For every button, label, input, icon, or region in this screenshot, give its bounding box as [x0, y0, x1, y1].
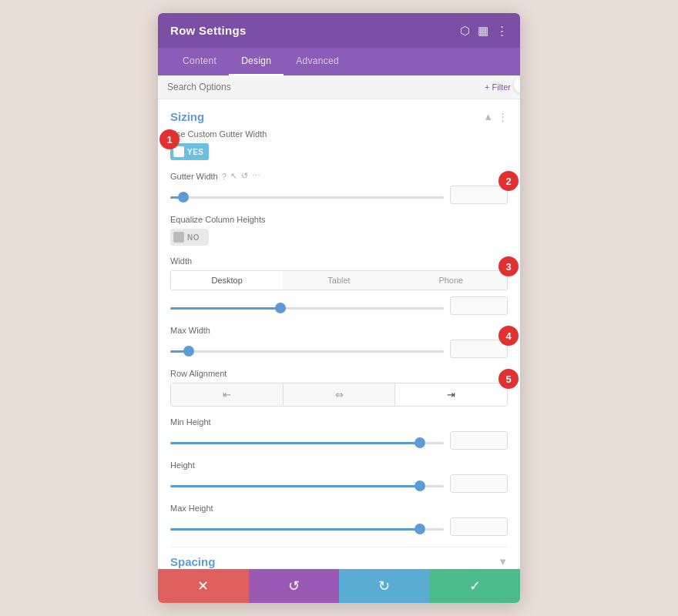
- tabs-bar: Content Design Advanced: [158, 48, 520, 75]
- row-alignment-row: Row Alignment ⇤ ⇔ ⇥ 5: [170, 369, 508, 407]
- badge-4: 4: [498, 326, 519, 346]
- gutter-reset-icon[interactable]: ↺: [241, 171, 248, 181]
- width-slider-row: 60vw: [170, 296, 508, 315]
- gutter-slider-row: 1: [170, 186, 508, 204]
- filter-button[interactable]: + Filter: [485, 82, 511, 92]
- tab-content[interactable]: Content: [170, 48, 229, 75]
- cancel-button[interactable]: ✕: [158, 569, 249, 603]
- alignment-buttons: ⇤ ⇔ ⇥: [170, 383, 508, 407]
- width-slider-wrap: [170, 300, 444, 312]
- settings-content: Sizing ▲ ⋮ Use Custom Gutter Width YES 1: [158, 99, 520, 569]
- min-height-slider[interactable]: [170, 442, 444, 444]
- badge-1: 1: [159, 129, 180, 149]
- badge-5: 5: [498, 369, 519, 389]
- equalize-heights-row: Equalize Column Heights NO: [170, 215, 508, 246]
- max-height-label: Max Height: [170, 504, 508, 513]
- width-slider[interactable]: [170, 307, 444, 310]
- max-height-slider[interactable]: [170, 528, 444, 531]
- custom-gutter-toggle-wrap: YES: [170, 143, 508, 160]
- height-slider-row: auto: [170, 474, 508, 493]
- min-height-slider-wrap: [170, 435, 444, 447]
- tab-design[interactable]: Design: [229, 48, 284, 75]
- sizing-title: Sizing: [170, 110, 204, 123]
- fullscreen-icon[interactable]: ⬡: [460, 25, 470, 36]
- collapse-icon[interactable]: ▲: [483, 111, 493, 122]
- spacing-section-header: Spacing ▼: [170, 547, 508, 569]
- min-height-slider-row: auto: [170, 431, 508, 450]
- gutter-slider-wrap: [170, 189, 444, 201]
- width-row: Width Desktop Tablet Phone 60vw 3: [170, 256, 508, 315]
- max-width-slider-wrap: [170, 343, 444, 355]
- search-bar: + Filter: [158, 75, 520, 99]
- toggle-no-label: NO: [187, 233, 200, 242]
- tab-phone[interactable]: Phone: [395, 271, 507, 290]
- sizing-section-header: Sizing ▲ ⋮: [170, 99, 508, 129]
- max-height-input[interactable]: none: [450, 517, 508, 536]
- more-options-icon[interactable]: ⋮: [496, 25, 508, 36]
- gutter-slider[interactable]: [170, 196, 444, 199]
- height-slider[interactable]: [170, 485, 444, 487]
- gutter-width-row: Gutter Width ? ↖ ↺ ⋯ 1 2: [170, 171, 508, 204]
- gutter-more-icon[interactable]: ⋯: [252, 171, 260, 181]
- max-height-slider-row: none: [170, 517, 508, 536]
- align-center-btn[interactable]: ⇔: [284, 383, 396, 406]
- undo-button[interactable]: ↺: [249, 569, 340, 603]
- custom-gutter-label: Use Custom Gutter Width: [170, 129, 508, 139]
- gutter-input[interactable]: 1: [450, 186, 508, 204]
- save-button[interactable]: ✓: [430, 569, 521, 603]
- width-input[interactable]: 60vw: [450, 296, 508, 315]
- max-width-slider[interactable]: [170, 350, 444, 353]
- panel-title: Row Settings: [170, 24, 247, 37]
- row-alignment-label: Row Alignment: [170, 369, 508, 378]
- header-icons: ⬡ ▦ ⋮: [460, 25, 508, 36]
- min-height-label: Min Height: [170, 417, 508, 427]
- gutter-width-label: Gutter Width ? ↖ ↺ ⋯: [170, 171, 508, 181]
- badge-2: 2: [498, 171, 519, 191]
- row-settings-panel: Row Settings ⬡ ▦ ⋮ Content Design Advanc…: [158, 13, 520, 603]
- section-more-icon[interactable]: ⋮: [498, 111, 508, 122]
- panel-footer: ✕ ↺ ↻ ✓: [158, 569, 520, 603]
- device-tabs: Desktop Tablet Phone: [170, 270, 508, 290]
- equalize-toggle[interactable]: NO: [170, 229, 209, 246]
- tab-desktop[interactable]: Desktop: [171, 271, 283, 290]
- height-input[interactable]: auto: [450, 474, 508, 493]
- max-height-row: Max Height none: [170, 504, 508, 536]
- gutter-pointer-icon[interactable]: ↖: [230, 171, 237, 181]
- max-width-input[interactable]: 100%: [450, 340, 508, 358]
- min-height-row: Min Height auto: [170, 417, 508, 450]
- equalize-heights-label: Equalize Column Heights: [170, 215, 508, 224]
- badge-3: 3: [498, 256, 519, 276]
- min-height-input[interactable]: auto: [450, 431, 508, 450]
- align-right-btn[interactable]: ⇥: [395, 383, 507, 406]
- max-width-slider-row: 100%: [170, 340, 508, 358]
- height-row: Height auto: [170, 460, 508, 493]
- spacing-title: Spacing: [170, 555, 215, 568]
- max-height-slider-wrap: [170, 521, 444, 533]
- tab-tablet[interactable]: Tablet: [283, 271, 394, 290]
- max-width-row: Max Width 100% 4: [170, 326, 508, 358]
- width-label: Width: [170, 256, 508, 266]
- columns-icon[interactable]: ▦: [478, 25, 488, 36]
- redo-button[interactable]: ↻: [339, 569, 430, 603]
- gutter-help-icon[interactable]: ?: [222, 172, 227, 181]
- height-slider-wrap: [170, 478, 444, 490]
- spacing-expand-icon[interactable]: ▼: [498, 556, 508, 567]
- section-controls: ▲ ⋮: [483, 111, 508, 122]
- toggle-no-knob: [173, 232, 184, 243]
- max-width-label: Max Width: [170, 326, 508, 335]
- toggle-knob: [173, 146, 184, 157]
- height-label: Height: [170, 460, 508, 470]
- align-left-btn[interactable]: ⇤: [171, 383, 284, 406]
- panel-header: Row Settings ⬡ ▦ ⋮: [158, 13, 520, 48]
- search-input[interactable]: [167, 82, 478, 92]
- toggle-yes-label: YES: [187, 148, 204, 156]
- tab-advanced[interactable]: Advanced: [284, 48, 351, 75]
- custom-gutter-row: Use Custom Gutter Width YES 1: [170, 129, 508, 160]
